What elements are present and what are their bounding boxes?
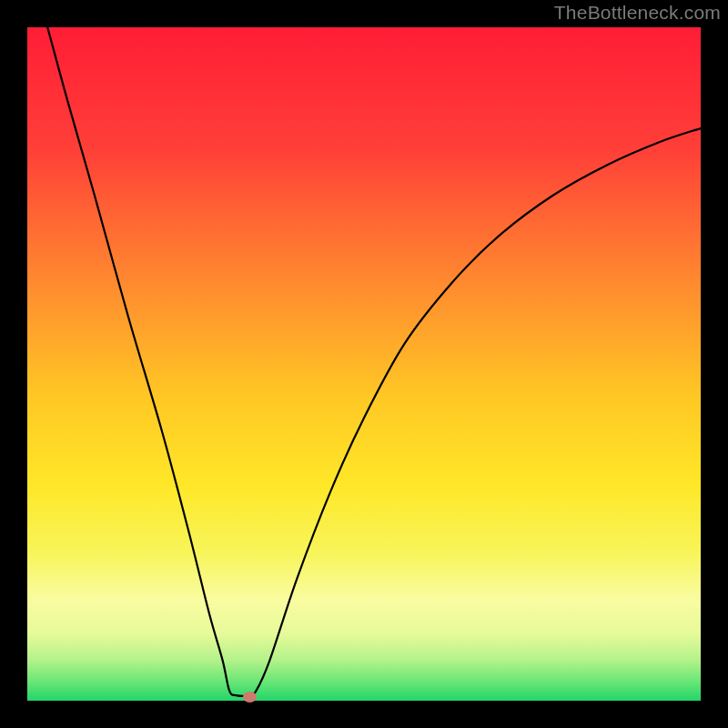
plot-area [27,27,701,701]
optimal-point-marker [243,692,257,703]
watermark-text: TheBottleneck.com [554,2,721,24]
chart-svg [27,27,701,701]
chart-frame: TheBottleneck.com [0,0,728,728]
gradient-background [27,27,701,701]
